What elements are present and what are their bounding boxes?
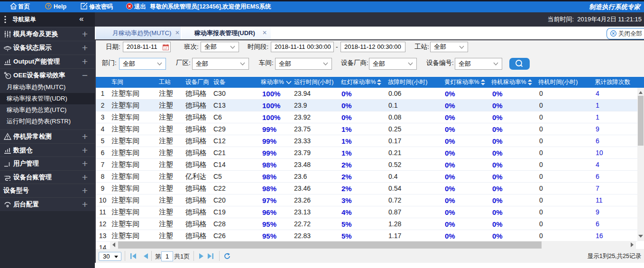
svg-text:?: ?: [47, 3, 50, 9]
svg-text:17: 17: [164, 47, 167, 50]
